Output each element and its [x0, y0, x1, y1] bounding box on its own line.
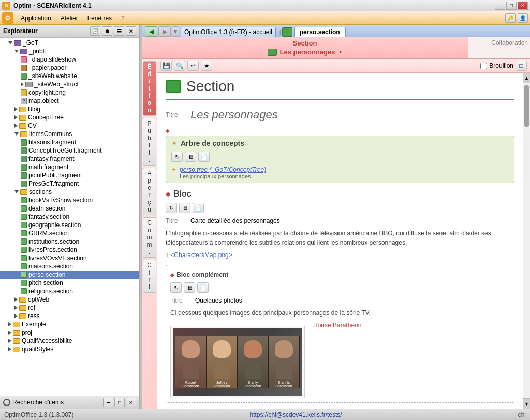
maximize-button[interactable]: □ — [506, 2, 517, 10]
file-icon — [21, 156, 27, 162]
expand-icon — [14, 190, 19, 193]
tree-item-death[interactable]: death section — [0, 204, 139, 213]
search-btn-close[interactable]: ✕ — [126, 398, 136, 407]
tree-item-qualifstyles[interactable]: qualifStyles — [0, 345, 139, 353]
tree-item-optweb[interactable]: optWeb — [0, 295, 139, 304]
tree-item-publi[interactable]: _publi — [0, 47, 139, 55]
nav-dropdown-btn[interactable]: ▼ — [172, 26, 179, 37]
nav-forward-btn[interactable]: ▶ — [158, 26, 171, 37]
tree-item-fantasy[interactable]: fantasy.fragment — [0, 155, 139, 163]
edition-label: Édition — [147, 63, 151, 114]
tree-item-geographie[interactable]: geographie.section — [0, 221, 139, 229]
menu-atelier[interactable]: Atelier — [56, 13, 82, 23]
menu-fenetres[interactable]: Fenêtres — [83, 13, 116, 23]
comm-side-btn[interactable]: Comm. — [143, 217, 156, 258]
explorer-list-btn[interactable]: ☰ — [114, 26, 124, 36]
section-icon — [21, 247, 27, 253]
tab-home[interactable]: OptimOffice 1.3 (fr-FR) - accueil — [181, 27, 276, 37]
characters-map-link[interactable]: <CharactersMap.png> — [170, 251, 232, 259]
tree-item-diapo[interactable]: _diapo.slideshow — [0, 55, 139, 64]
nav-back-btn[interactable]: ◀ — [145, 26, 157, 37]
tree-item-got[interactable]: _GoT — [0, 39, 139, 47]
tree-item-bookvstvshow[interactable]: bookVsTvShow.section — [0, 196, 139, 204]
tree-item-concepttreegot[interactable]: ConceptTreeGoT.fragment — [0, 146, 139, 155]
status-url[interactable]: https://chl@scdev41.kelis.fr/tests/ — [249, 411, 342, 418]
section-dropdown-arrow[interactable]: ▼ — [338, 50, 343, 54]
tree-item-proj[interactable]: proj — [0, 328, 139, 337]
concept-item-link[interactable]: perso.tree (_GoT/ConceptTree) — [180, 166, 266, 173]
tree-item-copyright[interactable]: copyright.png — [0, 88, 139, 97]
search-btn-1[interactable]: ☰ — [103, 398, 113, 407]
tree-item-fantasy-section[interactable]: fantasy.section — [0, 213, 139, 221]
tree-item-religions[interactable]: religions.section — [0, 287, 139, 295]
brouillon-checkbox[interactable] — [480, 63, 487, 69]
tree-item-pitch[interactable]: pitch section — [0, 279, 139, 287]
explorer-refresh-btn[interactable]: 🔄 — [90, 26, 100, 36]
toolbar-star-btn[interactable]: ★ — [201, 61, 212, 71]
tree-item-ress[interactable]: ress — [0, 312, 139, 320]
minimize-button[interactable]: – — [495, 2, 505, 10]
tree-item-label: qualifStyles — [22, 346, 53, 353]
toolbar-undo-btn[interactable]: ↩ — [187, 61, 199, 71]
tree-item-map[interactable]: ? map.object — [0, 97, 139, 105]
tree-item-exemple[interactable]: Exemple — [0, 320, 139, 328]
explorer-close-btn[interactable]: ✕ — [126, 26, 136, 36]
tree-item-qualifaccessibilite[interactable]: QualifAccessibilite — [0, 337, 139, 345]
house-baratheon-link[interactable]: House Baratheon — [313, 322, 361, 329]
tree-item-livrespres[interactable]: livresPres.section — [0, 246, 139, 254]
ctrl-side-btn[interactable]: Ctrl — [143, 260, 156, 293]
tree-item-siteweb-struct[interactable]: _siteWeb_struct — [0, 80, 139, 88]
tree-item-livresvovsvf[interactable]: livresVOvsVF.section — [0, 254, 139, 262]
toolbar-search-btn[interactable]: 🔍 — [174, 61, 185, 71]
tree-item-sections[interactable]: sections — [0, 188, 139, 196]
menu-application[interactable]: Application — [17, 13, 55, 23]
search-btn-2[interactable]: □ — [114, 398, 125, 407]
bloc-action-page[interactable]: 📄 — [193, 203, 204, 213]
toolbar-btn-2[interactable]: 👤 — [518, 13, 528, 23]
tree-item-ref[interactable]: ref — [0, 304, 139, 312]
tree-item-label: map.object — [28, 97, 59, 104]
explorer-nav-btn[interactable]: ⊕ — [102, 26, 112, 36]
folder-icon — [20, 49, 27, 54]
tree-item-grrm[interactable]: GRRM.section — [0, 229, 139, 237]
close-button[interactable]: ✕ — [518, 2, 528, 10]
tree-item-cv[interactable]: CV — [0, 122, 139, 130]
tree-item-concepttree[interactable]: ConceptTree — [0, 113, 139, 122]
tree-item-presgot[interactable]: PresGoT.fragment — [0, 179, 139, 188]
complement-action-refresh[interactable]: ↻ — [170, 282, 182, 293]
concept-action-page[interactable]: 📄 — [198, 152, 210, 162]
concept-action-screen[interactable]: 🖥 — [185, 152, 196, 162]
apercu-side-btn[interactable]: Aperçu — [143, 168, 156, 215]
complement-action-screen[interactable]: 🖥 — [184, 282, 195, 293]
toolbar-btn-1[interactable]: 🔑 — [505, 13, 516, 23]
tree-item-institutions[interactable]: institutions.section — [0, 237, 139, 246]
tree-item-pointpubli[interactable]: pointPubli.fragment — [0, 171, 139, 179]
scroll-up-btn[interactable]: ▲ — [523, 73, 530, 83]
tree-item-siteweb[interactable]: _siteWeb.website — [0, 72, 139, 80]
scroll-thumb[interactable] — [524, 85, 529, 127]
menu-help[interactable]: ? — [117, 13, 129, 23]
tree-item-papier[interactable]: _papier.paper — [0, 64, 139, 72]
tab-perso[interactable]: perso.section — [294, 27, 346, 37]
tree-item-label: GRRM.section — [28, 230, 69, 237]
tree-item-itemscommuns[interactable]: itemsCommuns — [0, 130, 139, 138]
concept-action-refresh[interactable]: ↻ — [171, 152, 183, 162]
bloc-action-screen[interactable]: 🖥 — [179, 203, 190, 213]
tree-item-perso[interactable]: perso.section — [0, 271, 139, 279]
toolbar-save-btn[interactable]: 💾 — [160, 61, 172, 71]
bloc-bullet: ◆ — [166, 190, 170, 198]
tree-item-blog[interactable]: Blog — [0, 105, 139, 113]
edition-side-btn[interactable]: Édition — [143, 61, 156, 116]
publi-side-btn[interactable]: Publi. — [143, 118, 156, 166]
tree-item-label: _siteWeb.website — [28, 72, 77, 80]
expand-icon — [14, 107, 18, 111]
toolbar-window-btn[interactable]: □ — [516, 61, 527, 71]
scroll-down-btn[interactable]: ▼ — [523, 398, 530, 409]
complement-action-page[interactable]: 📄 — [197, 282, 209, 293]
vertical-scrollbar[interactable]: ▲ ▼ — [523, 73, 530, 409]
bloc-action-refresh[interactable]: ↻ — [166, 203, 177, 213]
tree-item-blasons[interactable]: blasons.fragment — [0, 138, 139, 146]
tree-item-maisons[interactable]: maisons.section — [0, 262, 139, 271]
folder-icon — [19, 305, 26, 311]
tree-item-math[interactable]: math fragment — [0, 163, 139, 171]
